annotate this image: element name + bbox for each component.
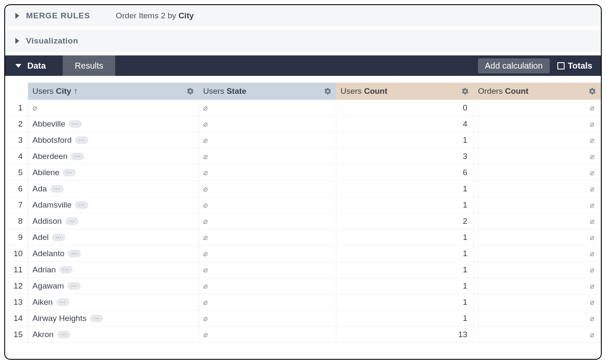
cell-state[interactable]: ⌀ [199, 213, 336, 229]
cell-orders-count[interactable]: ⌀ [474, 262, 601, 278]
cell-orders-count[interactable]: ⌀ [474, 165, 601, 181]
more-pill[interactable]: ⋯ [71, 153, 84, 160]
more-pill[interactable]: ⋯ [52, 234, 65, 241]
more-pill[interactable]: ⋯ [65, 217, 79, 225]
more-pill[interactable]: ⋯ [57, 331, 70, 338]
cell-orders-count[interactable]: ⌀ [474, 181, 601, 197]
more-pill[interactable]: ⋯ [50, 185, 64, 193]
more-pill[interactable]: ⋯ [67, 282, 81, 290]
totals-checkbox[interactable] [557, 62, 565, 69]
cell-orders-count[interactable]: ⌀ [474, 246, 601, 262]
cell-state[interactable]: ⌀ [199, 116, 336, 132]
cell-city[interactable]: Adelanto⋯ [28, 246, 199, 262]
cell-users-count[interactable]: 1 [336, 132, 474, 148]
results-tab[interactable]: Results [63, 55, 115, 76]
more-pill[interactable]: ⋯ [75, 136, 88, 144]
cell-state[interactable]: ⌀ [199, 246, 336, 262]
cell-city[interactable]: Abbeville⋯ [28, 116, 199, 132]
cell-state[interactable]: ⌀ [199, 165, 336, 181]
cell-users-count[interactable]: 1 [336, 181, 474, 197]
data-tab[interactable]: Data [27, 61, 63, 71]
header-users-count[interactable]: Users Count [336, 83, 474, 100]
cell-city[interactable]: Adrian⋯ [28, 262, 199, 278]
cell-orders-count[interactable]: ⌀ [474, 148, 601, 165]
cell-state[interactable]: ⌀ [199, 132, 336, 148]
cell-users-count[interactable]: 1 [336, 294, 474, 310]
cell-users-count[interactable]: 3 [336, 148, 474, 165]
cell-orders-count[interactable]: ⌀ [474, 278, 601, 294]
row-number: 12 [5, 278, 28, 294]
cell-state[interactable]: ⌀ [199, 310, 336, 326]
gear-icon[interactable] [589, 87, 596, 95]
cell-state[interactable]: ⌀ [199, 229, 336, 246]
app-frame: MERGE RULES Order Items 2 by City Visual… [4, 4, 602, 360]
cell-orders-count[interactable]: ⌀ [474, 197, 601, 213]
cell-state[interactable]: ⌀ [199, 326, 336, 343]
cell-city[interactable]: Adel⋯ [28, 229, 199, 246]
cell-state[interactable]: ⌀ [199, 262, 336, 278]
cell-city[interactable]: Aiken⋯ [28, 294, 199, 310]
header-users-city[interactable]: Users City ↑ [28, 83, 199, 100]
cell-city[interactable]: Agawam⋯ [28, 278, 199, 294]
cell-orders-count[interactable]: ⌀ [474, 310, 601, 326]
header-orders-count[interactable]: Orders Count [474, 83, 601, 100]
cell-city[interactable]: Abbotsford⋯ [28, 132, 199, 148]
cell-orders-count[interactable]: ⌀ [474, 294, 601, 310]
chevron-down-icon[interactable] [15, 64, 21, 68]
cell-users-count[interactable]: 1 [336, 197, 474, 213]
cell-users-count[interactable]: 1 [336, 262, 474, 278]
cell-city[interactable]: Ada⋯ [28, 181, 199, 197]
city-value: Adrian [32, 265, 56, 274]
city-value: Ada [32, 184, 47, 194]
more-pill[interactable]: ⋯ [90, 315, 103, 322]
cell-city[interactable]: Abilene⋯ [28, 165, 199, 181]
gear-icon[interactable] [461, 87, 469, 95]
null-icon: ⌀ [590, 265, 594, 274]
more-pill[interactable]: ⋯ [56, 298, 70, 306]
null-icon: ⌀ [32, 103, 37, 113]
more-pill[interactable]: ⋯ [68, 250, 81, 257]
cell-users-count[interactable]: 4 [336, 116, 474, 132]
cell-city[interactable]: ⌀ [28, 100, 199, 116]
header-users-state[interactable]: Users State [199, 83, 336, 100]
null-icon: ⌀ [203, 103, 208, 113]
cell-city[interactable]: Addison⋯ [28, 213, 199, 229]
add-calculation-button[interactable]: Add calculation [478, 58, 550, 73]
gear-icon[interactable] [186, 87, 194, 95]
cell-city[interactable]: Adamsville⋯ [28, 197, 199, 213]
totals-toggle[interactable]: Totals [557, 61, 592, 71]
cell-orders-count[interactable]: ⌀ [474, 229, 601, 246]
more-pill[interactable]: ⋯ [69, 120, 82, 128]
more-pill[interactable]: ⋯ [63, 169, 76, 176]
cell-state[interactable]: ⌀ [199, 148, 336, 165]
cell-orders-count[interactable]: ⌀ [474, 326, 601, 343]
cell-users-count[interactable]: 13 [336, 326, 474, 343]
cell-state[interactable]: ⌀ [199, 181, 336, 197]
cell-users-count[interactable]: 1 [336, 246, 474, 262]
cell-orders-count[interactable]: ⌀ [474, 116, 601, 132]
gear-icon[interactable] [324, 87, 332, 95]
cell-users-count[interactable]: 2 [336, 213, 474, 229]
city-value: Abilene [32, 168, 59, 177]
cell-users-count[interactable]: 1 [336, 229, 474, 246]
merge-rules-section[interactable]: MERGE RULES Order Items 2 by City [5, 5, 601, 30]
cell-state[interactable]: ⌀ [199, 100, 336, 116]
visualization-section[interactable]: Visualization [5, 30, 601, 55]
null-icon: ⌀ [203, 281, 208, 291]
cell-orders-count[interactable]: ⌀ [474, 100, 601, 116]
cell-users-count[interactable]: 1 [336, 310, 474, 326]
cell-users-count[interactable]: 0 [336, 100, 474, 116]
cell-city[interactable]: Aberdeen⋯ [28, 148, 199, 165]
cell-users-count[interactable]: 1 [336, 278, 474, 294]
cell-city[interactable]: Akron⋯ [28, 326, 199, 343]
more-pill[interactable]: ⋯ [75, 201, 88, 209]
cell-state[interactable]: ⌀ [199, 197, 336, 213]
cell-city[interactable]: Airway Heights⋯ [28, 310, 199, 326]
null-icon: ⌀ [590, 168, 594, 177]
more-pill[interactable]: ⋯ [59, 266, 73, 274]
cell-state[interactable]: ⌀ [199, 278, 336, 294]
cell-state[interactable]: ⌀ [199, 294, 336, 310]
cell-users-count[interactable]: 6 [336, 165, 474, 181]
cell-orders-count[interactable]: ⌀ [474, 213, 601, 229]
cell-orders-count[interactable]: ⌀ [474, 132, 601, 148]
